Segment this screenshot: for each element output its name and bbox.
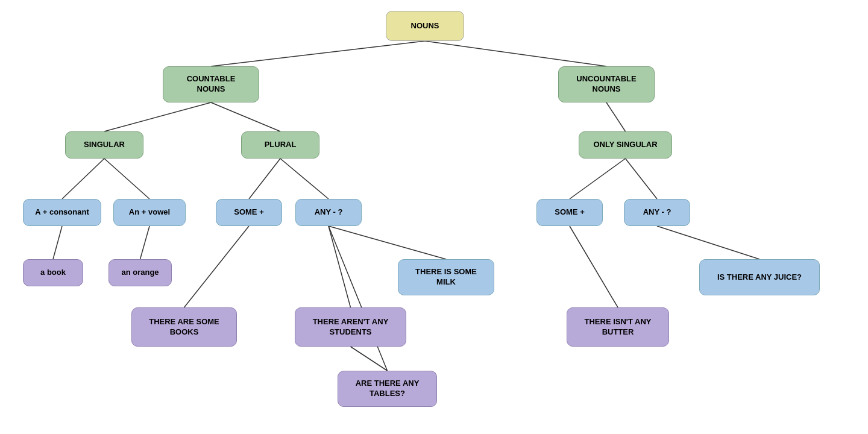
svg-line-15 xyxy=(329,226,446,259)
svg-line-16 xyxy=(329,226,388,371)
node-any_q_u: ANY - ? xyxy=(624,199,690,226)
svg-line-12 xyxy=(140,226,150,259)
node-plural: PLURAL xyxy=(241,131,319,159)
node-countable: COUNTABLE NOUNS xyxy=(163,66,259,102)
svg-line-1 xyxy=(425,41,606,66)
svg-line-19 xyxy=(657,226,760,259)
svg-line-4 xyxy=(606,102,626,131)
svg-line-14 xyxy=(329,226,351,307)
node-a_consonant: A + consonant xyxy=(23,199,101,226)
node-some_plus_u: SOME + xyxy=(536,199,603,226)
svg-line-8 xyxy=(280,159,329,199)
node-only_singular: ONLY SINGULAR xyxy=(579,131,672,159)
svg-line-2 xyxy=(104,102,211,131)
diagram: NOUNSCOUNTABLE NOUNSUNCOUNTABLE NOUNSSIN… xyxy=(0,0,868,434)
svg-line-5 xyxy=(62,159,104,199)
node-some_plus_p: SOME + xyxy=(216,199,282,226)
svg-line-10 xyxy=(626,159,658,199)
svg-line-3 xyxy=(211,102,280,131)
node-there_is_some: THERE IS SOME MILK xyxy=(398,259,494,295)
svg-line-17 xyxy=(351,347,388,371)
node-an_orange: an orange xyxy=(108,259,172,286)
node-there_are_some: THERE ARE SOME BOOKS xyxy=(131,307,237,347)
svg-line-9 xyxy=(570,159,626,199)
node-nouns: NOUNS xyxy=(386,11,464,41)
svg-line-0 xyxy=(211,41,425,66)
svg-line-7 xyxy=(249,159,280,199)
node-singular: SINGULAR xyxy=(65,131,143,159)
node-uncountable: UNCOUNTABLE NOUNS xyxy=(558,66,655,102)
node-any_q_p: ANY - ? xyxy=(295,199,362,226)
node-are_there: ARE THERE ANY TABLES? xyxy=(338,371,437,407)
node-there_arent: THERE AREN'T ANY STUDENTS xyxy=(295,307,406,347)
node-an_vowel: An + vowel xyxy=(113,199,186,226)
svg-line-6 xyxy=(104,159,149,199)
svg-line-11 xyxy=(53,226,62,259)
node-is_there: IS THERE ANY JUICE? xyxy=(699,259,820,295)
svg-line-13 xyxy=(184,226,250,307)
node-there_isnt: THERE ISN'T ANY BUTTER xyxy=(567,307,669,347)
node-a_book: a book xyxy=(23,259,83,286)
svg-line-18 xyxy=(570,226,618,307)
